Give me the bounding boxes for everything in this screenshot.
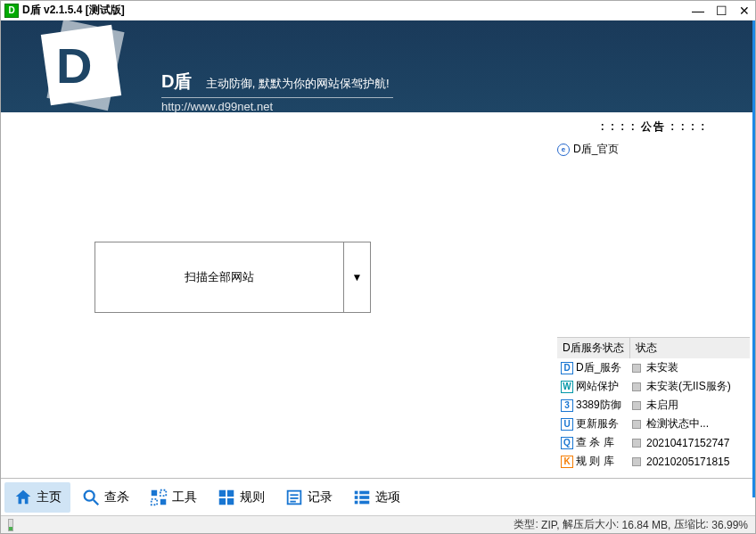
progress-indicator <box>8 519 13 531</box>
grid-icon <box>217 488 236 507</box>
status-row[interactable]: K规 则 库20210205171815 <box>557 452 750 471</box>
dropdown-arrow-icon[interactable]: ▼ <box>343 242 370 312</box>
main-area: 扫描全部网站 ▼ <box>1 112 552 478</box>
service-icon: U <box>561 418 573 431</box>
svg-line-1 <box>94 499 99 505</box>
svg-rect-5 <box>160 498 166 504</box>
svg-rect-8 <box>219 497 226 504</box>
right-edge <box>752 21 755 497</box>
home-icon <box>13 488 33 507</box>
app-icon: D <box>4 4 19 18</box>
status-row[interactable]: DD盾_服务未安装 <box>557 358 750 377</box>
status-indicator-icon <box>632 364 641 373</box>
status-header-status: 状态 <box>630 338 750 358</box>
search-icon <box>81 488 101 507</box>
status-header-service: D盾服务状态 <box>557 338 630 358</box>
tab-tools[interactable]: 工具 <box>140 482 206 513</box>
service-name: 网站保护 <box>576 379 629 394</box>
titlebar: D D盾 v2.1.5.4 [测试版] — ☐ ✕ <box>1 1 755 21</box>
statusbar: 类型: ZIP, 解压后大小: 16.84 MB, 压缩比: 36.99% <box>1 515 755 533</box>
status-ratio-value: 36.99% <box>711 519 748 531</box>
service-icon: D <box>561 362 573 374</box>
options-icon <box>352 488 372 507</box>
banner: D D盾 主动防御, 默默为你的网站保驾护航! http://www.d99ne… <box>1 21 755 112</box>
status-ratio-label: 压缩比: <box>674 517 709 532</box>
scan-label: 扫描全部网站 <box>95 242 343 312</box>
slogan: 主动防御, 默默为你的网站保驾护航! <box>206 76 390 92</box>
svg-rect-15 <box>359 490 369 494</box>
announce-text: D盾_官页 <box>573 142 619 157</box>
url-text: http://www.d99net.net <box>161 100 393 112</box>
tab-options[interactable]: 选项 <box>343 482 409 513</box>
svg-rect-14 <box>355 490 358 494</box>
status-indicator-icon <box>632 401 641 410</box>
status-type-value: ZIP, <box>541 519 559 531</box>
list-icon <box>284 488 304 507</box>
status-size-value: 16.84 MB, <box>622 519 671 531</box>
status-indicator-icon <box>632 420 641 429</box>
status-text: 检测状态中... <box>646 416 746 431</box>
service-name: 规 则 库 <box>576 454 629 469</box>
tab-label: 规则 <box>240 489 265 505</box>
scan-all-button[interactable]: 扫描全部网站 ▼ <box>94 242 371 313</box>
status-row[interactable]: W网站保护未安装(无IIS服务) <box>557 377 750 396</box>
svg-rect-19 <box>359 500 369 504</box>
status-text: 20210417152747 <box>646 437 746 449</box>
status-text: 未启用 <box>646 398 746 413</box>
service-name: 更新服务 <box>576 416 629 431</box>
status-row[interactable]: U更新服务检测状态中... <box>557 415 750 433</box>
tab-grid[interactable]: 规则 <box>208 482 274 513</box>
tab-search[interactable]: 查杀 <box>72 482 138 513</box>
service-icon: Q <box>561 437 573 449</box>
service-icon: K <box>561 456 573 468</box>
svg-rect-18 <box>355 500 358 504</box>
service-name: 查 杀 库 <box>576 435 629 450</box>
status-text: 未安装 <box>646 360 746 375</box>
tab-label: 主页 <box>37 489 62 505</box>
side-panel: : : : : 公告 : : : : eD盾_官页 D盾服务状态 状态 DD盾_… <box>552 112 755 478</box>
logo: D <box>19 29 135 105</box>
status-indicator-icon <box>632 382 641 391</box>
maximize-button[interactable]: ☐ <box>714 4 728 18</box>
service-name: D盾_服务 <box>576 360 629 375</box>
announce-item[interactable]: eD盾_官页 <box>557 140 750 159</box>
window-title: D盾 v2.1.5.4 [测试版] <box>22 3 691 18</box>
status-table: D盾服务状态 状态 DD盾_服务未安装W网站保护未安装(无IIS服务)33389… <box>557 337 750 471</box>
svg-point-0 <box>85 490 94 500</box>
svg-rect-17 <box>359 496 369 499</box>
svg-rect-2 <box>152 489 157 495</box>
close-button[interactable]: ✕ <box>737 4 752 18</box>
status-text: 未安装(无IIS服务) <box>646 379 746 394</box>
status-row[interactable]: Q查 杀 库20210417152747 <box>557 433 750 452</box>
tab-label: 工具 <box>172 489 197 505</box>
svg-rect-7 <box>227 489 234 496</box>
service-icon: 3 <box>561 399 573 412</box>
announce-header: : : : : 公告 : : : : <box>557 119 750 135</box>
status-indicator-icon <box>632 457 641 466</box>
status-size-label: 解压后大小: <box>563 517 619 532</box>
svg-rect-16 <box>355 496 358 499</box>
service-name: 3389防御 <box>576 398 629 413</box>
status-row[interactable]: 33389防御未启用 <box>557 396 750 415</box>
svg-rect-3 <box>160 489 166 495</box>
tab-label: 记录 <box>308 489 333 505</box>
tab-home[interactable]: 主页 <box>4 482 70 513</box>
tab-label: 查杀 <box>104 489 129 505</box>
tools-icon <box>149 488 168 507</box>
svg-rect-9 <box>227 497 234 504</box>
minimize-button[interactable]: — <box>691 4 705 18</box>
svg-rect-4 <box>152 498 157 504</box>
toolbar: 主页查杀工具规则记录选项 <box>1 478 755 515</box>
svg-rect-6 <box>219 489 226 496</box>
tab-label: 选项 <box>375 489 400 505</box>
status-text: 20210205171815 <box>646 456 746 468</box>
globe-icon: e <box>557 144 570 156</box>
status-indicator-icon <box>632 439 641 448</box>
status-type-label: 类型: <box>514 517 538 532</box>
brand-name: D盾 <box>161 70 192 94</box>
service-icon: W <box>561 381 573 393</box>
tab-list[interactable]: 记录 <box>275 482 341 513</box>
